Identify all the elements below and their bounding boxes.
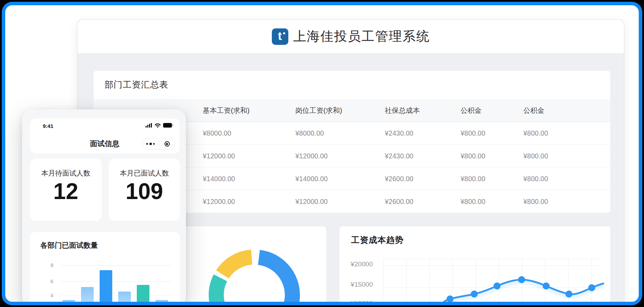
- bar: [137, 285, 149, 304]
- axis-tick-label: 8: [40, 262, 53, 268]
- phone-status-nav-card: 9:41: [30, 118, 180, 154]
- data-point: [565, 291, 572, 298]
- table-cell: ¥800.00: [523, 168, 548, 190]
- window-header: t 上海佳投员工管理系统: [78, 20, 624, 54]
- data-point: [494, 282, 501, 289]
- axis-tick-label: 4: [40, 292, 53, 299]
- donut-segment-yellow: [222, 257, 251, 274]
- trend-line-chart: [340, 226, 610, 304]
- frame-inner-background: t 上海佳投员工管理系统 部门工资汇总表 基本工资(求和) 岗位工资(求和) 社…: [3, 3, 641, 304]
- data-point: [543, 282, 550, 289]
- donut-segment-teal: [216, 278, 221, 304]
- stat-label: 本月已面试人数: [109, 169, 180, 178]
- table-cell: ¥8000.00: [203, 122, 231, 145]
- table-cell: ¥12000.00: [295, 190, 328, 213]
- app-logo-icon: t: [272, 28, 288, 45]
- table-cell: ¥2600.00: [385, 190, 413, 213]
- stat-value: 12: [30, 178, 102, 204]
- table-cell: ¥800.00: [461, 145, 485, 168]
- stat-label: 本月待面试人数: [30, 169, 102, 178]
- table-column-header: 公积金: [523, 99, 544, 122]
- phone-mockup: 9:41: [22, 109, 186, 304]
- table-cell: ¥800.00: [523, 145, 548, 168]
- table-cell: ¥12000.00: [203, 145, 235, 168]
- phone-bar-chart-card: 各部门已面试数量 8 6 4: [30, 232, 180, 304]
- table-cell: ¥14000.00: [295, 168, 328, 190]
- table-cell: ¥800.00: [461, 168, 485, 190]
- signal-icon: [146, 123, 152, 128]
- axis-tick-label: 6: [40, 278, 53, 285]
- data-point: [518, 276, 525, 283]
- stat-card-done: 本月已面试人数 109: [109, 159, 180, 221]
- gridline: [61, 281, 173, 282]
- exit-capsule-icon[interactable]: [159, 138, 175, 149]
- status-icons: [146, 123, 173, 128]
- table-cell: ¥2430.00: [385, 145, 413, 168]
- table-cell: ¥800.00: [461, 190, 485, 213]
- logo-letter: t: [272, 29, 288, 43]
- bar: [62, 300, 75, 304]
- table-cell: ¥800.00: [523, 190, 548, 213]
- table-cell: ¥14000.00: [203, 168, 235, 190]
- page-title: 上海佳投员工管理系统: [293, 28, 430, 45]
- data-point: [471, 291, 478, 298]
- table-cell: ¥2600.00: [385, 168, 413, 190]
- gridline: [61, 295, 173, 296]
- table-column-header: 公积金: [461, 99, 482, 122]
- table-cell: ¥8000.00: [295, 122, 324, 145]
- stat-card-pending: 本月待面试人数 12: [30, 159, 102, 221]
- stat-value: 109: [109, 178, 180, 204]
- app-frame: t 上海佳投员工管理系统 部门工资汇总表 基本工资(求和) 岗位工资(求和) 社…: [0, 0, 644, 307]
- bar: [100, 270, 112, 304]
- table-cell: ¥12000.00: [203, 190, 235, 213]
- table-column-header: 社保总成本: [385, 99, 420, 122]
- wifi-icon: [154, 123, 161, 128]
- table-cell: ¥800.00: [523, 122, 548, 145]
- table-cell: ¥800.00: [461, 122, 485, 145]
- bar: [155, 300, 168, 304]
- bar: [81, 287, 94, 304]
- data-point: [588, 284, 595, 291]
- logo-dot: [283, 32, 285, 34]
- more-dots-icon[interactable]: [142, 138, 159, 149]
- table-cell: ¥2430.00: [385, 122, 413, 145]
- trend-line: [435, 280, 603, 304]
- table-title: 部门工资汇总表: [105, 79, 168, 90]
- table-column-header: 岗位工资(求和): [295, 99, 342, 122]
- trend-chart-card: 工资成本趋势 ¥20000 ¥15000 ¥10000: [340, 226, 610, 304]
- data-point: [447, 295, 454, 302]
- status-time-label: 9:41: [43, 123, 53, 129]
- battery-icon: [163, 123, 173, 128]
- bar: [118, 292, 131, 304]
- wechat-capsule: [142, 138, 175, 150]
- donut-segment-blue: [259, 257, 292, 304]
- bar-chart-title: 各部门已面试数量: [40, 240, 98, 250]
- gridline: [61, 265, 173, 266]
- table-column-header: 基本工资(求和): [203, 99, 249, 122]
- table-cell: ¥12000.00: [295, 145, 328, 168]
